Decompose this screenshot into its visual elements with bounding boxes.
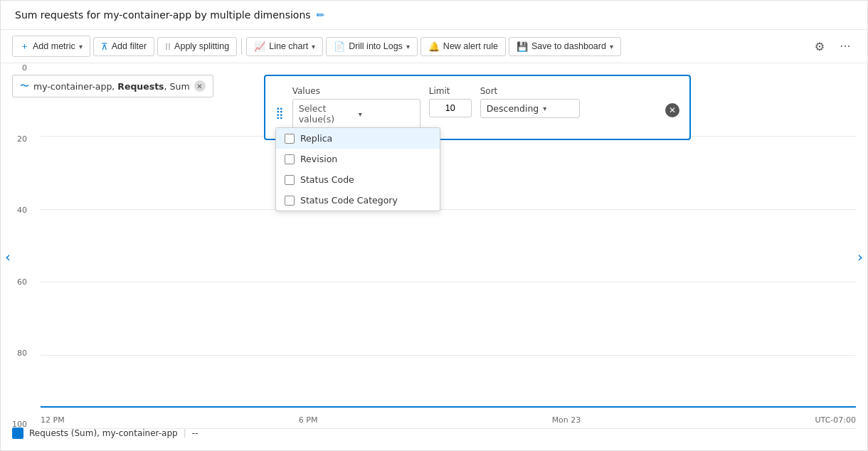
option-status-code-label: Status Code — [300, 174, 354, 185]
sort-value: Descending — [487, 103, 539, 114]
values-select-chevron: ▾ — [359, 110, 414, 118]
y-label-20: 20 — [17, 134, 27, 144]
apply-splitting-button[interactable]: ⁞⁞ Apply splitting — [157, 37, 237, 56]
alert-icon: 🔔 — [428, 41, 440, 52]
zero-line — [41, 406, 856, 408]
line-chart-label: Line chart — [269, 41, 308, 51]
option-status-code-category-label: Status Code Category — [300, 195, 398, 206]
legend-label: Requests (Sum), my-container-app — [29, 428, 178, 438]
option-revision-checkbox[interactable] — [285, 154, 295, 164]
drill-into-logs-button[interactable]: 📄 Drill into Logs ▾ — [326, 37, 418, 56]
gear-button[interactable]: ⚙ — [809, 36, 830, 57]
y-label-80: 80 — [17, 349, 27, 358]
option-replica[interactable]: Replica — [276, 128, 440, 149]
content-area: 〜 my-container-app, Requests, Sum ✕ ⣿ Va… — [1, 63, 867, 450]
drill-logs-icon: 📄 — [334, 41, 345, 52]
fields-container: Values Select value(s) ▾ Limit Sort — [292, 86, 657, 129]
nav-left-button[interactable]: ‹ — [5, 248, 11, 265]
add-metric-button[interactable]: ＋ Add metric ▾ — [12, 36, 90, 57]
line-chart-button[interactable]: 📈 Line chart ▾ — [246, 37, 323, 56]
x-axis: 12 PM 6 PM Mon 23 UTC-07:00 — [41, 415, 856, 425]
save-icon: 💾 — [517, 41, 528, 52]
apply-splitting-label: Apply splitting — [174, 41, 229, 51]
grid-line-60 — [41, 209, 856, 210]
sort-label: Sort — [480, 86, 580, 96]
values-field-group: Values Select value(s) ▾ — [292, 86, 420, 129]
add-metric-chevron: ▾ — [79, 43, 83, 51]
legend-divider: | — [184, 428, 186, 438]
legend-value: -- — [192, 428, 199, 438]
chart-legend: Requests (Sum), my-container-app | -- — [12, 428, 198, 439]
edit-icon[interactable]: ✏ — [317, 9, 325, 21]
drag-handle-icon[interactable]: ⣿ — [275, 106, 284, 120]
x-label-12pm: 12 PM — [41, 415, 65, 425]
new-alert-rule-label: New alert rule — [443, 41, 498, 51]
nav-right-button[interactable]: › — [857, 248, 863, 265]
option-revision-label: Revision — [300, 154, 337, 164]
values-select-placeholder: Select value(s) — [299, 103, 354, 124]
drill-logs-chevron: ▾ — [406, 43, 410, 51]
limit-field-group: Limit — [429, 86, 472, 129]
plus-icon: ＋ — [20, 40, 29, 53]
x-timezone: UTC-07:00 — [815, 415, 856, 425]
limit-input[interactable] — [429, 99, 472, 117]
option-replica-label: Replica — [300, 133, 332, 144]
splitting-close-button[interactable]: ✕ — [665, 103, 679, 117]
page-title: Sum requests for my-container-app by mul… — [15, 9, 311, 21]
y-axis: 100 80 60 40 20 0 — [12, 63, 31, 429]
main-container: Sum requests for my-container-app by mul… — [0, 0, 868, 451]
option-status-code-category-checkbox[interactable] — [285, 196, 295, 206]
add-filter-label: Add filter — [112, 41, 147, 51]
y-label-40: 40 — [17, 206, 27, 215]
sort-select[interactable]: Descending ▾ — [480, 99, 580, 118]
values-options-dropdown: Replica Revision Status Code Status Code… — [275, 127, 440, 211]
option-status-code[interactable]: Status Code — [276, 169, 440, 190]
limit-label: Limit — [429, 86, 472, 96]
more-options-button[interactable]: ··· — [835, 36, 856, 57]
y-label-0: 0 — [22, 63, 27, 73]
save-to-dashboard-label: Save to dashboard — [531, 41, 606, 51]
values-select[interactable]: Select value(s) ▾ — [292, 99, 420, 129]
toolbar: ＋ Add metric ▾ ⊼ Add filter ⁞⁞ Apply spl… — [1, 30, 867, 63]
save-chevron: ▾ — [610, 43, 613, 51]
add-metric-label: Add metric — [33, 41, 75, 51]
option-replica-checkbox[interactable] — [285, 134, 295, 144]
title-bar: Sum requests for my-container-app by mul… — [1, 1, 867, 30]
legend-color-box — [12, 428, 23, 439]
grid-line-20 — [41, 355, 856, 356]
option-status-code-checkbox[interactable] — [285, 175, 295, 185]
add-filter-button[interactable]: ⊼ Add filter — [93, 37, 154, 56]
splitting-icon: ⁞⁞ — [165, 41, 171, 52]
toolbar-divider-1 — [241, 38, 242, 55]
line-chart-chevron: ▾ — [312, 43, 315, 51]
sort-field-group: Sort Descending ▾ — [480, 86, 580, 129]
drill-into-logs-label: Drill into Logs — [349, 41, 403, 51]
splitting-row: ⣿ Values Select value(s) ▾ Limit — [275, 86, 679, 129]
new-alert-rule-button[interactable]: 🔔 New alert rule — [420, 37, 506, 56]
x-label-mon23: Mon 23 — [552, 415, 581, 425]
toolbar-right: ⚙ ··· — [809, 36, 856, 57]
filter-icon: ⊼ — [101, 41, 108, 52]
splitting-panel: ⣿ Values Select value(s) ▾ Limit — [264, 75, 691, 140]
save-to-dashboard-button[interactable]: 💾 Save to dashboard ▾ — [509, 37, 621, 56]
option-revision[interactable]: Revision — [276, 149, 440, 169]
option-status-code-category[interactable]: Status Code Category — [276, 190, 440, 211]
sort-chevron: ▾ — [543, 105, 546, 112]
grid-line-40 — [41, 282, 856, 282]
x-label-6pm: 6 PM — [299, 415, 318, 425]
y-label-60: 60 — [17, 277, 27, 287]
line-chart-icon: 📈 — [254, 41, 265, 52]
values-label: Values — [292, 86, 420, 96]
